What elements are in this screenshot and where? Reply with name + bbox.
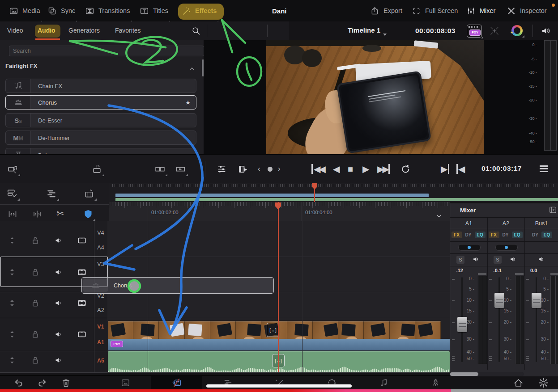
fx-sliders-icon[interactable] [216,164,227,175]
skip-end-button[interactable]: ▶▶ [377,164,390,173]
track-label-v2[interactable]: V2 [94,293,107,299]
auto-enhance-icon[interactable] [489,25,500,37]
track-speaker-sm-icon[interactable] [54,298,64,308]
insert-clip-icon[interactable] [91,164,102,175]
trim-edit-icon[interactable] [7,209,18,219]
trash-icon[interactable] [61,378,71,388]
track-label-a2[interactable]: A2 [94,307,107,313]
pan-slider[interactable] [495,244,518,251]
play-reverse-button[interactable]: ◀ [333,164,338,173]
search-input[interactable] [9,46,204,56]
trim-view-a-icon[interactable] [154,164,166,175]
topbar-effects-button[interactable]: Effects [182,0,217,21]
track-speaker-sm-icon[interactable] [54,329,64,339]
favorite-star-icon[interactable]: ★ [185,99,191,106]
video-preview-frame[interactable] [266,40,484,154]
tab-audio[interactable]: Audio [38,21,55,39]
tab-video[interactable]: Video [7,21,23,39]
fx-item-delay[interactable]: Delay [5,148,196,154]
clip-align-icon[interactable] [46,188,57,199]
topbar-sync-button[interactable]: Sync [47,0,75,21]
stop-button[interactable]: ■ [348,164,351,173]
undo-icon[interactable] [13,378,24,388]
topbar-mixer-button[interactable]: Mixer [466,0,495,21]
scissors-icon[interactable]: ✂ [56,208,64,219]
track-lock-icon[interactable] [30,236,40,245]
solo-button[interactable]: S [494,256,502,264]
home-indicator[interactable] [206,384,352,388]
transport-menu-icon[interactable] [540,165,548,172]
topbar-full-screen-button[interactable]: Full Screen [412,0,458,21]
fx-item-chainfx[interactable]: Chain FX [5,79,196,93]
clip-music-icon[interactable] [7,164,18,175]
settings-gear-icon[interactable] [538,377,549,388]
play-button[interactable]: ▶ [362,164,367,173]
proxy-icon[interactable]: PXY [467,25,482,38]
track-resize-icon[interactable] [7,236,17,245]
track-label-v1[interactable]: V1 [94,324,107,330]
mixer-eq-button[interactable]: EQ [512,232,523,238]
track-resize-icon[interactable] [7,329,17,339]
home-icon[interactable] [513,377,524,388]
previous-edit-button[interactable]: ◀ [456,164,465,173]
fusion-page-icon[interactable] [430,378,441,388]
snapping-shield-icon[interactable] [83,209,94,219]
track-resize-icon[interactable] [7,355,17,365]
fader-knob[interactable] [457,317,467,332]
fader-track[interactable] [536,277,537,362]
mixer-collapse-icon[interactable] [549,206,557,214]
loop-icon[interactable] [400,163,411,175]
mute-speaker-icon[interactable] [537,255,546,264]
timeline-overview[interactable] [109,183,558,202]
trim-view-b-icon[interactable] [175,164,186,175]
topbar-media-button[interactable]: Media [9,0,40,21]
tab-generators[interactable]: Generators [68,21,100,39]
topbar-export-button[interactable]: Export [370,0,402,21]
timeline-options-icon[interactable] [6,188,18,199]
timeline-name[interactable]: Timeline 1 [348,26,380,34]
track-film-icon[interactable] [77,298,87,308]
track-lock-icon[interactable] [30,355,40,365]
track-film-icon[interactable] [77,329,87,339]
mute-speaker-icon[interactable] [472,255,481,264]
audio-clip-a1[interactable]: PXY [108,339,450,350]
topbar-titles-button[interactable]: Titles [140,0,168,21]
fx-item-chorus[interactable]: Chorus★ [5,95,196,110]
track-film-icon[interactable] [77,236,87,245]
mute-speaker-icon[interactable] [509,255,518,264]
track-label-a1[interactable]: A1 [94,339,107,346]
ruler-collapse-chevron-icon[interactable] [435,212,443,220]
color-wheel-icon[interactable]: ✦ [511,25,523,36]
dragged-effect-chorus[interactable]: Chorus [81,277,274,294]
cut-page-icon[interactable] [171,378,182,388]
mixer-scrollbar[interactable] [450,372,478,376]
clip-trim-handle[interactable]: [↔] [267,323,279,337]
mixer-eq-button[interactable]: EQ [541,232,552,238]
media-page-icon[interactable] [120,378,131,388]
timeline-playhead[interactable] [278,202,279,372]
clip-insert-mode-icon[interactable] [83,188,95,199]
mixer-fx-button[interactable]: FX [489,232,499,238]
fx-item-dehummer[interactable]: MMDe-Hummer [5,131,196,145]
mixer-dy-button[interactable]: DY [463,232,474,238]
record-dot-icon[interactable] [268,167,273,172]
track-label-a5[interactable]: A5 [94,358,107,364]
film-play-icon[interactable] [238,164,249,175]
video-progress-bar[interactable] [0,389,558,392]
viewer-speaker-icon[interactable] [541,25,551,36]
pan-slider[interactable] [458,244,481,251]
skip-start-button[interactable]: ◀◀ [311,164,324,173]
mixer-dy-button[interactable]: DY [530,232,541,238]
fader-knob[interactable] [532,293,541,308]
jog-left-icon[interactable]: ‹ [258,165,260,173]
search-icon[interactable] [191,26,201,36]
solo-button[interactable]: S [456,256,464,264]
fader-knob[interactable] [494,293,504,308]
topbar-inspector-button[interactable]: Inspector [507,0,547,21]
track-lock-icon[interactable] [30,329,40,339]
redo-icon[interactable] [37,378,47,388]
fx-item-deesser[interactable]: SsDe-Esser [5,113,196,127]
mixer-dy-button[interactable]: DY [500,232,511,238]
next-edit-button[interactable]: ▶ [441,164,449,173]
track-speaker-sm-icon[interactable] [54,355,64,365]
